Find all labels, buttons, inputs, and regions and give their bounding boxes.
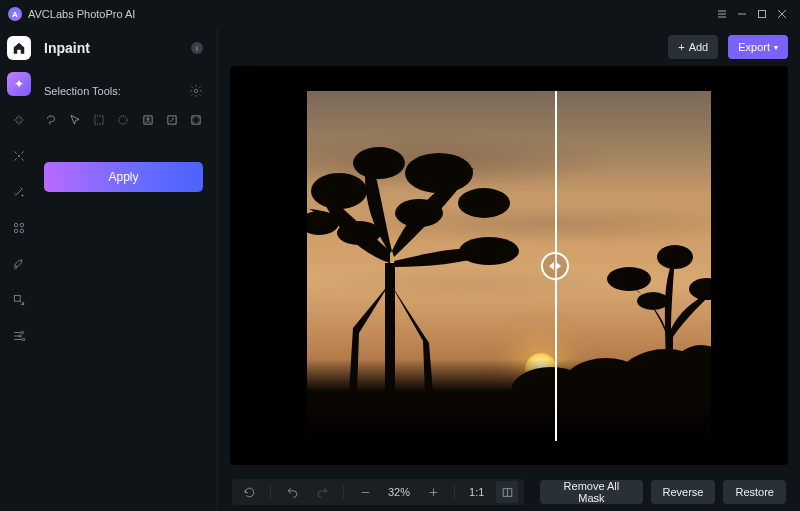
svg-point-7 [14,266,16,268]
plus-icon: + [678,41,684,53]
zoom-in-icon[interactable] [422,481,444,503]
magic-select-tool-icon[interactable] [165,112,179,128]
info-icon[interactable]: i [191,42,203,54]
fit-button[interactable]: 1:1 [465,486,488,498]
app-logo: A [8,7,22,21]
app-title: AVCLabs PhotoPro AI [28,8,135,20]
svg-rect-0 [759,11,766,18]
expand-tool-icon[interactable] [189,112,203,128]
svg-point-20 [311,173,367,209]
minimize-button[interactable] [732,4,752,24]
restore-button[interactable]: Restore [723,480,786,504]
paint-tool-icon[interactable] [7,252,31,276]
resize-tool-icon[interactable] [7,288,31,312]
svg-point-16 [146,118,148,120]
svg-rect-13 [95,116,103,124]
settings-tool-icon[interactable] [7,324,31,348]
undo-icon[interactable] [281,481,303,503]
image-thumbnail[interactable]: ✦ [7,72,31,96]
canvas-area: +Add Export▾ [218,28,800,511]
svg-point-1 [18,155,19,156]
svg-rect-8 [14,295,20,301]
svg-point-6 [20,229,24,233]
svg-point-27 [337,221,381,245]
portrait-tool-icon[interactable] [141,112,155,128]
svg-point-21 [353,147,405,179]
bottom-toolbar: 32% 1:1 Remove All Mask Reverse Restore [218,473,800,511]
svg-point-32 [607,267,651,291]
lasso-tool-icon[interactable] [44,112,58,128]
svg-point-26 [395,199,443,227]
reverse-button[interactable]: Reverse [651,480,716,504]
magic-tool-icon[interactable] [7,180,31,204]
maximize-button[interactable] [752,4,772,24]
svg-point-14 [119,116,127,124]
chevron-down-icon: ▾ [774,43,778,52]
selection-tools-row [44,112,203,128]
add-button[interactable]: +Add [668,35,718,59]
viewport [230,66,788,465]
ellipse-select-tool-icon[interactable] [116,112,130,128]
home-button[interactable] [7,36,31,60]
svg-point-3 [14,223,18,227]
export-button[interactable]: Export▾ [728,35,788,59]
svg-point-24 [459,237,519,265]
selection-tools-label: Selection Tools: [44,85,121,97]
tree-silhouette [307,133,529,393]
titlebar: A AVCLabs PhotoPro AI [0,0,800,28]
zoom-out-icon[interactable] [354,481,376,503]
svg-point-34 [689,278,711,300]
svg-point-33 [657,245,693,269]
crop-tool-icon[interactable] [7,216,31,240]
svg-point-4 [20,223,24,227]
sidebar: Inpaint i Selection Tools: Apply [38,28,218,511]
svg-point-10 [19,335,21,337]
svg-point-5 [14,229,18,233]
close-button[interactable] [772,4,792,24]
gear-icon[interactable] [189,84,203,98]
svg-point-23 [458,188,510,218]
rect-select-tool-icon[interactable] [92,112,106,128]
svg-point-11 [23,338,25,340]
refresh-icon[interactable] [238,481,260,503]
compare-handle[interactable] [541,252,569,280]
focus-tool-icon[interactable] [7,144,31,168]
enhance-tool-icon[interactable] [7,108,31,132]
svg-point-35 [637,292,669,310]
pointer-tool-icon[interactable] [68,112,82,128]
redo-icon[interactable] [311,481,333,503]
top-toolbar: +Add Export▾ [218,28,800,66]
canvas-image[interactable] [307,91,711,441]
zoom-level: 32% [384,486,414,498]
apply-button[interactable]: Apply [44,162,203,192]
svg-point-9 [21,331,23,333]
panel-title: Inpaint [44,40,90,56]
svg-point-2 [22,195,23,196]
left-rail: ✦ [0,28,38,511]
svg-point-12 [194,89,198,93]
remove-mask-button[interactable]: Remove All Mask [540,480,642,504]
menu-button[interactable] [712,4,732,24]
compare-icon[interactable] [496,481,518,503]
svg-point-22 [405,153,473,193]
